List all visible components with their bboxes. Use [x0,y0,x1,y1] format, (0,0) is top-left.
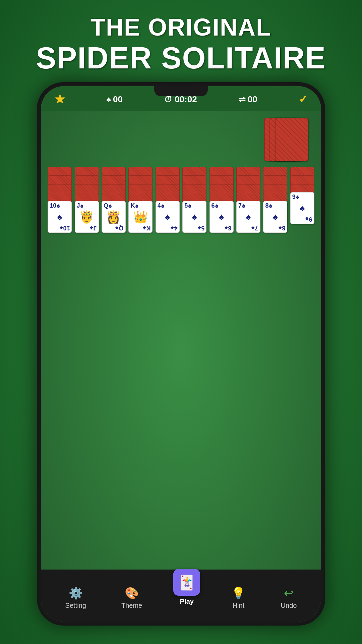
column-6[interactable]: 6♠♠6♠ [209,167,233,233]
card-facedown [263,184,287,194]
card-bottom-label: J♠ [90,225,97,231]
card-facedown [290,167,314,176]
card-K-♠[interactable]: K♠👑K♠ [128,201,153,233]
stock-cards[interactable] [264,118,311,161]
setting-label: Setting [65,602,86,609]
card-Q-♠[interactable]: Q♠👸Q♠ [102,201,126,233]
card-top-label: 10♠ [50,203,70,209]
undo-icon: ↩ [284,586,293,600]
card-facedown [48,184,72,194]
column-4[interactable]: 4♠♠4♠ [156,167,180,233]
card-center: 🤴 [77,209,97,225]
card-facedown [128,167,153,176]
nav-hint[interactable]: 💡 Hint [227,584,249,611]
star-icon: ★ [54,92,65,106]
arrows-icon: ⇌ [238,94,246,105]
card-center: ♠ [184,209,204,225]
card-bottom-label: K♠ [143,225,151,231]
card-8-♠[interactable]: 8♠♠8♠ [263,201,287,233]
card-bottom-label: 7♠ [251,225,258,231]
card-bottom-label: 10♠ [60,225,70,231]
play-icon-wrap: 🃏 [173,569,200,596]
play-label: Play [180,598,194,605]
card-top-label: 8♠ [265,203,285,209]
title-area: THE ORIGINAL SPIDER SOLITAIRE [36,0,326,82]
score-value: 00 [113,94,123,105]
theme-label: Theme [121,602,142,609]
column-5[interactable]: 5♠♠5♠ [182,167,206,233]
card-top-label: 4♠ [158,203,178,209]
moves-display: ⇌ 00 [238,94,257,105]
card-facedown [75,184,99,194]
card-top-label: Q♠ [104,203,124,209]
card-bottom-label: 5♠ [198,225,205,231]
nav-theme[interactable]: 🎨 Theme [117,584,146,611]
card-top-label: J♠ [77,203,97,209]
card-facedown [156,184,180,194]
card-facedown [102,175,126,185]
star-button[interactable]: ★ [54,92,65,106]
check-button[interactable]: ✓ [299,93,308,106]
title-bottom: SPIDER SOLITAIRE [36,41,326,75]
card-facedown [209,175,234,185]
card-facedown [182,184,206,194]
card-facedown [182,175,206,185]
tableau: 10♠♠10♠J♠🤴J♠Q♠👸Q♠K♠👑K♠4♠♠4♠5♠♠5♠6♠♠6♠7♠♠… [48,167,314,233]
card-facedown [156,175,180,185]
card-top-label: K♠ [130,203,150,209]
card-facedown [48,175,72,185]
card-center: ♠ [292,200,312,216]
card-top-label: 9♠ [292,194,312,200]
nav-undo[interactable]: ↩ Undo [277,584,301,611]
card-facedown [236,167,260,176]
score-display: ♠ 00 [106,94,123,105]
card-5-♠[interactable]: 5♠♠5♠ [182,201,206,233]
column-8[interactable]: 8♠♠8♠ [263,167,287,233]
column-2[interactable]: Q♠👸Q♠ [102,167,126,233]
card-facedown [236,184,260,194]
nav-setting[interactable]: ⚙️ Setting [61,584,90,611]
card-top-label: 6♠ [212,203,232,209]
setting-icon: ⚙️ [69,586,83,600]
card-bottom-label: 4♠ [171,225,178,231]
card-facedown [48,167,72,176]
card-facedown [182,167,206,176]
card-J-♠[interactable]: J♠🤴J♠ [75,201,99,233]
card-facedown [128,175,153,185]
card-center: ♠ [212,209,232,225]
card-7-♠[interactable]: 7♠♠7♠ [236,201,260,233]
card-facedown [263,167,287,176]
phone-notch [154,86,208,96]
card-bottom-label: 6♠ [225,225,232,231]
phone-screen: ★ ♠ 00 ⏱ 00:02 ⇌ 00 ✓ [41,86,321,622]
card-facedown [128,184,153,194]
theme-icon: 🎨 [125,586,139,600]
nav-play[interactable]: 🃏 Play [173,569,200,605]
card-facedown [236,175,260,185]
spade-icon: ♠ [106,94,111,105]
stock-pile[interactable] [48,118,314,161]
card-facedown [209,184,234,194]
card-facedown [290,175,314,185]
card-10-♠[interactable]: 10♠♠10♠ [48,201,72,233]
card-center: ♠ [50,209,70,225]
column-1[interactable]: J♠🤴J♠ [74,167,99,233]
title-top: THE ORIGINAL [36,13,326,41]
column-3[interactable]: K♠👑K♠ [128,167,153,233]
moves-value: 00 [248,94,257,105]
card-facedown [156,167,180,176]
card-facedown [102,167,126,176]
card-bottom-label: Q♠ [115,225,124,231]
card-6-♠[interactable]: 6♠♠6♠ [209,201,234,233]
card-center: ♠ [158,209,178,225]
card-9-♠[interactable]: 9♠♠9♠ [290,192,314,224]
check-icon: ✓ [299,93,308,106]
hint-label: Hint [233,602,245,609]
column-7[interactable]: 7♠♠7♠ [236,167,260,233]
card-center: ♠ [238,209,258,225]
game-area: 10♠♠10♠J♠🤴J♠Q♠👸Q♠K♠👑K♠4♠♠4♠5♠♠5♠6♠♠6♠7♠♠… [41,111,321,570]
column-0[interactable]: 10♠♠10♠ [48,167,72,233]
card-4-♠[interactable]: 4♠♠4♠ [156,201,180,233]
column-9[interactable]: 9♠♠9♠ [290,167,314,233]
card-top-label: 7♠ [238,203,258,209]
